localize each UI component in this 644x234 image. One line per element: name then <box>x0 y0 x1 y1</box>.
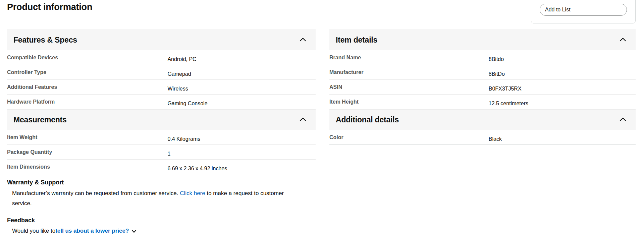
section-header-features-specs[interactable]: Features & Specs <box>7 30 316 50</box>
spec-value: 0.4 Kilograms <box>167 130 316 144</box>
product-info-right-column: Item details Brand Name 8Bitdo Manufactu… <box>329 30 636 145</box>
section-header-additional-details[interactable]: Additional details <box>329 109 636 130</box>
table-row: Package Quantity 1 <box>7 145 316 160</box>
section-title: Item details <box>336 36 377 45</box>
add-to-list-button[interactable]: Add to List <box>540 4 627 16</box>
spec-label: Manufacturer <box>329 65 489 79</box>
table-row: Item Height 12.5 centimeters <box>329 95 636 109</box>
feedback-prompt: Would you like to <box>12 228 55 234</box>
table-row: Compatible Devices Android, PC <box>7 50 316 65</box>
table-row: Controller Type Gamepad <box>7 65 316 80</box>
table-row: Manufacturer 8BitDo <box>329 65 636 80</box>
feedback-block: Feedback Would you like to tell us about… <box>7 217 316 234</box>
chevron-up-icon[interactable] <box>620 117 626 123</box>
table-row: Brand Name 8Bitdo <box>329 50 636 65</box>
spec-label: Color <box>329 130 489 144</box>
chevron-up-icon[interactable] <box>300 37 306 43</box>
spec-value: B0FX3TJ5RX <box>489 80 636 94</box>
section-title: Measurements <box>13 115 67 124</box>
spec-value: Black <box>489 130 636 144</box>
click-here-link[interactable]: Click here <box>180 190 205 196</box>
table-row: ASIN B0FX3TJ5RX <box>329 80 636 95</box>
warranty-support-block: Warranty & Support Manufacturer’s warran… <box>7 179 316 209</box>
lower-price-link[interactable]: tell us about a lower price? <box>55 228 129 234</box>
spec-label: Brand Name <box>329 50 489 65</box>
page-title: Product information <box>7 2 92 12</box>
table-row: Color Black <box>329 130 636 145</box>
table-row: Item Dimensions 6.69 x 2.36 x 4.92 inche… <box>7 160 316 174</box>
spec-label: Hardware Platform <box>7 95 167 109</box>
spec-value: Gamepad <box>167 65 316 79</box>
spec-value: 6.69 x 2.36 x 4.92 inches <box>167 160 316 174</box>
feedback-line: Would you like to tell us about a lower … <box>7 227 316 234</box>
section-header-measurements[interactable]: Measurements <box>7 109 316 130</box>
spec-label: Item Weight <box>7 130 167 144</box>
warranty-text: Manufacturer’s warranty can be requested… <box>7 188 302 209</box>
section-header-item-details[interactable]: Item details <box>329 30 636 50</box>
section-title: Features & Specs <box>13 36 77 45</box>
buybox-card: Add to List <box>531 0 636 23</box>
chevron-up-icon[interactable] <box>620 37 626 43</box>
spec-label: Additional Features <box>7 80 167 94</box>
table-row: Additional Features Wireless <box>7 80 316 95</box>
warranty-heading: Warranty & Support <box>7 179 316 186</box>
chevron-down-icon[interactable] <box>131 228 137 234</box>
spec-label: Item Height <box>329 95 489 109</box>
table-row: Item Weight 0.4 Kilograms <box>7 130 316 145</box>
spec-value: Gaming Console <box>167 95 316 109</box>
table-row: Hardware Platform Gaming Console <box>7 95 316 109</box>
product-info-left-column: Features & Specs Compatible Devices Andr… <box>7 30 316 234</box>
spec-label: Controller Type <box>7 65 167 79</box>
warranty-text-before: Manufacturer’s warranty can be requested… <box>12 190 180 196</box>
feedback-heading: Feedback <box>7 217 316 224</box>
spec-value: 1 <box>167 145 316 159</box>
spec-label: Package Quantity <box>7 145 167 159</box>
section-title: Additional details <box>336 115 399 124</box>
spec-label: ASIN <box>329 80 489 94</box>
chevron-up-icon[interactable] <box>300 117 306 123</box>
spec-label: Item Dimensions <box>7 160 167 174</box>
spec-value: 8BitDo <box>489 65 636 79</box>
spec-value: Wireless <box>167 80 316 94</box>
spec-value: Android, PC <box>167 50 316 65</box>
spec-value: 8Bitdo <box>489 50 636 65</box>
spec-label: Compatible Devices <box>7 50 167 65</box>
spec-value: 12.5 centimeters <box>489 95 636 109</box>
